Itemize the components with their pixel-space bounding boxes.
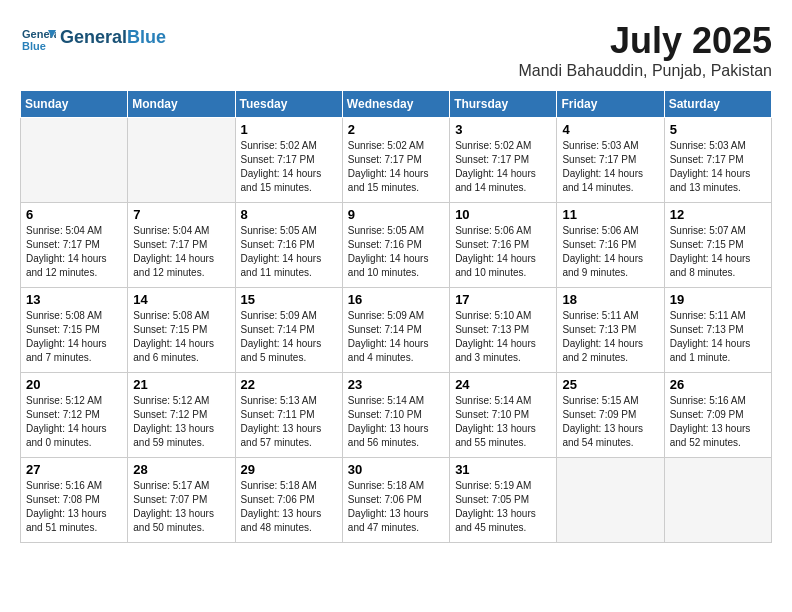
calendar-cell: 3Sunrise: 5:02 AM Sunset: 7:17 PM Daylig… <box>450 118 557 203</box>
calendar-cell: 19Sunrise: 5:11 AM Sunset: 7:13 PM Dayli… <box>664 288 771 373</box>
calendar-cell <box>557 458 664 543</box>
day-info: Sunrise: 5:09 AM Sunset: 7:14 PM Dayligh… <box>348 309 444 365</box>
calendar-cell <box>21 118 128 203</box>
calendar-cell: 17Sunrise: 5:10 AM Sunset: 7:13 PM Dayli… <box>450 288 557 373</box>
day-info: Sunrise: 5:02 AM Sunset: 7:17 PM Dayligh… <box>241 139 337 195</box>
calendar-cell: 24Sunrise: 5:14 AM Sunset: 7:10 PM Dayli… <box>450 373 557 458</box>
calendar-cell: 16Sunrise: 5:09 AM Sunset: 7:14 PM Dayli… <box>342 288 449 373</box>
day-number: 18 <box>562 292 658 307</box>
day-info: Sunrise: 5:15 AM Sunset: 7:09 PM Dayligh… <box>562 394 658 450</box>
calendar-cell: 14Sunrise: 5:08 AM Sunset: 7:15 PM Dayli… <box>128 288 235 373</box>
day-info: Sunrise: 5:06 AM Sunset: 7:16 PM Dayligh… <box>455 224 551 280</box>
calendar-cell: 12Sunrise: 5:07 AM Sunset: 7:15 PM Dayli… <box>664 203 771 288</box>
weekday-header-thursday: Thursday <box>450 91 557 118</box>
day-info: Sunrise: 5:19 AM Sunset: 7:05 PM Dayligh… <box>455 479 551 535</box>
day-number: 23 <box>348 377 444 392</box>
day-number: 13 <box>26 292 122 307</box>
calendar-table: SundayMondayTuesdayWednesdayThursdayFrid… <box>20 90 772 543</box>
day-info: Sunrise: 5:14 AM Sunset: 7:10 PM Dayligh… <box>455 394 551 450</box>
day-info: Sunrise: 5:14 AM Sunset: 7:10 PM Dayligh… <box>348 394 444 450</box>
day-info: Sunrise: 5:16 AM Sunset: 7:08 PM Dayligh… <box>26 479 122 535</box>
day-info: Sunrise: 5:05 AM Sunset: 7:16 PM Dayligh… <box>241 224 337 280</box>
calendar-cell <box>128 118 235 203</box>
weekday-header-tuesday: Tuesday <box>235 91 342 118</box>
calendar-cell: 31Sunrise: 5:19 AM Sunset: 7:05 PM Dayli… <box>450 458 557 543</box>
day-number: 5 <box>670 122 766 137</box>
calendar-cell: 8Sunrise: 5:05 AM Sunset: 7:16 PM Daylig… <box>235 203 342 288</box>
day-number: 2 <box>348 122 444 137</box>
day-number: 27 <box>26 462 122 477</box>
weekday-header-monday: Monday <box>128 91 235 118</box>
logo-icon: General Blue <box>20 20 56 56</box>
week-row-1: 1Sunrise: 5:02 AM Sunset: 7:17 PM Daylig… <box>21 118 772 203</box>
calendar-cell: 4Sunrise: 5:03 AM Sunset: 7:17 PM Daylig… <box>557 118 664 203</box>
day-info: Sunrise: 5:10 AM Sunset: 7:13 PM Dayligh… <box>455 309 551 365</box>
day-number: 14 <box>133 292 229 307</box>
calendar-cell: 11Sunrise: 5:06 AM Sunset: 7:16 PM Dayli… <box>557 203 664 288</box>
weekday-header-saturday: Saturday <box>664 91 771 118</box>
day-number: 30 <box>348 462 444 477</box>
calendar-cell: 20Sunrise: 5:12 AM Sunset: 7:12 PM Dayli… <box>21 373 128 458</box>
day-info: Sunrise: 5:12 AM Sunset: 7:12 PM Dayligh… <box>133 394 229 450</box>
day-number: 25 <box>562 377 658 392</box>
day-number: 15 <box>241 292 337 307</box>
week-row-2: 6Sunrise: 5:04 AM Sunset: 7:17 PM Daylig… <box>21 203 772 288</box>
title-block: July 2025 Mandi Bahauddin, Punjab, Pakis… <box>518 20 772 80</box>
day-number: 1 <box>241 122 337 137</box>
page-header: General Blue GeneralBlue July 2025 Mandi… <box>20 20 772 80</box>
day-number: 7 <box>133 207 229 222</box>
logo-text: GeneralBlue <box>60 28 166 48</box>
day-info: Sunrise: 5:18 AM Sunset: 7:06 PM Dayligh… <box>348 479 444 535</box>
day-info: Sunrise: 5:04 AM Sunset: 7:17 PM Dayligh… <box>26 224 122 280</box>
day-info: Sunrise: 5:03 AM Sunset: 7:17 PM Dayligh… <box>670 139 766 195</box>
month-title: July 2025 <box>518 20 772 62</box>
calendar-cell: 5Sunrise: 5:03 AM Sunset: 7:17 PM Daylig… <box>664 118 771 203</box>
day-info: Sunrise: 5:08 AM Sunset: 7:15 PM Dayligh… <box>26 309 122 365</box>
day-info: Sunrise: 5:16 AM Sunset: 7:09 PM Dayligh… <box>670 394 766 450</box>
weekday-header-friday: Friday <box>557 91 664 118</box>
day-number: 3 <box>455 122 551 137</box>
week-row-4: 20Sunrise: 5:12 AM Sunset: 7:12 PM Dayli… <box>21 373 772 458</box>
day-number: 26 <box>670 377 766 392</box>
calendar-cell: 10Sunrise: 5:06 AM Sunset: 7:16 PM Dayli… <box>450 203 557 288</box>
calendar-cell: 25Sunrise: 5:15 AM Sunset: 7:09 PM Dayli… <box>557 373 664 458</box>
day-number: 24 <box>455 377 551 392</box>
calendar-cell: 23Sunrise: 5:14 AM Sunset: 7:10 PM Dayli… <box>342 373 449 458</box>
calendar-cell: 18Sunrise: 5:11 AM Sunset: 7:13 PM Dayli… <box>557 288 664 373</box>
calendar-cell: 15Sunrise: 5:09 AM Sunset: 7:14 PM Dayli… <box>235 288 342 373</box>
calendar-cell: 22Sunrise: 5:13 AM Sunset: 7:11 PM Dayli… <box>235 373 342 458</box>
calendar-cell: 7Sunrise: 5:04 AM Sunset: 7:17 PM Daylig… <box>128 203 235 288</box>
day-info: Sunrise: 5:08 AM Sunset: 7:15 PM Dayligh… <box>133 309 229 365</box>
day-info: Sunrise: 5:12 AM Sunset: 7:12 PM Dayligh… <box>26 394 122 450</box>
calendar-cell: 1Sunrise: 5:02 AM Sunset: 7:17 PM Daylig… <box>235 118 342 203</box>
day-number: 28 <box>133 462 229 477</box>
day-number: 21 <box>133 377 229 392</box>
weekday-header-sunday: Sunday <box>21 91 128 118</box>
day-info: Sunrise: 5:04 AM Sunset: 7:17 PM Dayligh… <box>133 224 229 280</box>
calendar-cell <box>664 458 771 543</box>
day-info: Sunrise: 5:11 AM Sunset: 7:13 PM Dayligh… <box>562 309 658 365</box>
calendar-cell: 6Sunrise: 5:04 AM Sunset: 7:17 PM Daylig… <box>21 203 128 288</box>
logo: General Blue GeneralBlue <box>20 20 166 56</box>
day-number: 20 <box>26 377 122 392</box>
calendar-cell: 26Sunrise: 5:16 AM Sunset: 7:09 PM Dayli… <box>664 373 771 458</box>
day-info: Sunrise: 5:02 AM Sunset: 7:17 PM Dayligh… <box>455 139 551 195</box>
calendar-cell: 13Sunrise: 5:08 AM Sunset: 7:15 PM Dayli… <box>21 288 128 373</box>
day-number: 11 <box>562 207 658 222</box>
calendar-cell: 27Sunrise: 5:16 AM Sunset: 7:08 PM Dayli… <box>21 458 128 543</box>
location-title: Mandi Bahauddin, Punjab, Pakistan <box>518 62 772 80</box>
weekday-header-wednesday: Wednesday <box>342 91 449 118</box>
weekday-header-row: SundayMondayTuesdayWednesdayThursdayFrid… <box>21 91 772 118</box>
calendar-cell: 28Sunrise: 5:17 AM Sunset: 7:07 PM Dayli… <box>128 458 235 543</box>
day-number: 17 <box>455 292 551 307</box>
day-info: Sunrise: 5:18 AM Sunset: 7:06 PM Dayligh… <box>241 479 337 535</box>
day-info: Sunrise: 5:02 AM Sunset: 7:17 PM Dayligh… <box>348 139 444 195</box>
calendar-cell: 30Sunrise: 5:18 AM Sunset: 7:06 PM Dayli… <box>342 458 449 543</box>
day-number: 8 <box>241 207 337 222</box>
day-info: Sunrise: 5:07 AM Sunset: 7:15 PM Dayligh… <box>670 224 766 280</box>
day-info: Sunrise: 5:13 AM Sunset: 7:11 PM Dayligh… <box>241 394 337 450</box>
calendar-cell: 29Sunrise: 5:18 AM Sunset: 7:06 PM Dayli… <box>235 458 342 543</box>
day-number: 9 <box>348 207 444 222</box>
svg-text:Blue: Blue <box>22 40 46 52</box>
week-row-5: 27Sunrise: 5:16 AM Sunset: 7:08 PM Dayli… <box>21 458 772 543</box>
